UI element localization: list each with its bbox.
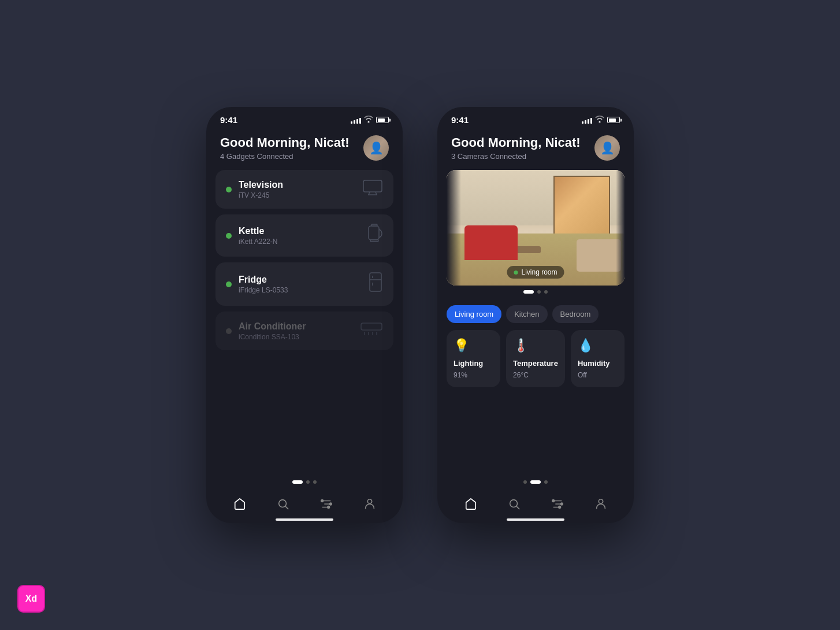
- nav-home-2[interactable]: [464, 498, 477, 510]
- svg-line-17: [285, 506, 288, 509]
- svg-rect-0: [363, 180, 382, 192]
- avatar-1[interactable]: 👤: [363, 135, 389, 161]
- tv-icon: [362, 179, 383, 199]
- bottom-nav-1: [206, 491, 403, 515]
- signal-icon: [351, 117, 361, 124]
- battery-icon-2: [607, 117, 620, 123]
- device-kettle[interactable]: Kettle iKett A222-N: [215, 214, 393, 257]
- phone-2: 9:41: [437, 107, 634, 523]
- svg-point-24: [367, 499, 371, 503]
- svg-rect-5: [370, 240, 378, 242]
- svg-point-30: [552, 500, 554, 502]
- svg-point-16: [278, 500, 286, 507]
- sensor-humidity[interactable]: 💧 Humidity Off: [571, 330, 625, 387]
- kettle-icon: [366, 224, 383, 247]
- sensor-lighting[interactable]: 💡 Lighting 91%: [447, 330, 500, 387]
- phone-1: 9:41: [206, 107, 403, 523]
- device-sub-fridge: iFridge LS-0533: [239, 286, 288, 294]
- lighting-value: 91%: [454, 371, 493, 379]
- svg-line-26: [516, 506, 519, 509]
- greeting-1: Good Morning, Nicat!: [220, 135, 350, 150]
- sensor-dot-1: [523, 480, 527, 484]
- nav-settings-1[interactable]: [320, 498, 333, 510]
- humidity-value: Off: [578, 371, 618, 379]
- dot-1-3: [313, 480, 317, 484]
- battery-icon: [376, 117, 389, 123]
- temperature-label: Temperature: [513, 359, 558, 368]
- status-time-2: 9:41: [451, 115, 469, 125]
- device-name-kettle: Kettle: [239, 226, 277, 236]
- nav-profile-2[interactable]: [594, 498, 607, 510]
- camera-carousel: Living room: [447, 170, 625, 286]
- svg-rect-6: [371, 224, 377, 226]
- carousel-pagination: [437, 286, 634, 298]
- device-sub-tv: iTV X-245: [239, 191, 283, 199]
- dot-1-active: [292, 480, 303, 484]
- sensor-dot-2: [530, 480, 541, 484]
- bottom-nav-2: [437, 491, 634, 515]
- svg-point-23: [327, 506, 329, 509]
- nav-profile-1[interactable]: [363, 498, 376, 510]
- nav-search-1[interactable]: [277, 498, 289, 510]
- xd-label: Xd: [25, 594, 37, 604]
- tab-kitchen[interactable]: Kitchen: [506, 305, 547, 323]
- room-tabs: Living room Kitchen Bedroom: [437, 298, 634, 328]
- nav-search-2[interactable]: [508, 498, 521, 510]
- svg-rect-7: [370, 273, 381, 291]
- sensor-grid: 💡 Lighting 91% 🌡️ Temperature 26°C 💧 Hum…: [437, 328, 634, 392]
- temperature-value: 26°C: [513, 371, 558, 379]
- phone-header-1: Good Morning, Nicat! 4 Gadgets Connected…: [206, 129, 403, 170]
- device-name-tv: Television: [239, 180, 283, 190]
- device-name-fridge: Fridge: [239, 275, 288, 285]
- carousel-dot-2: [537, 290, 541, 294]
- wifi-icon: [364, 116, 373, 124]
- nav-settings-2[interactable]: [551, 498, 564, 510]
- device-ac[interactable]: Air Conditioner iCondition SSA-103: [215, 312, 393, 350]
- status-dot-ac: [226, 328, 232, 334]
- humidity-label: Humidity: [578, 359, 618, 368]
- subtitle-1: 4 Gadgets Connected: [220, 152, 350, 161]
- tab-bedroom[interactable]: Bedroom: [552, 305, 599, 323]
- home-indicator-1: [276, 518, 333, 521]
- svg-point-21: [321, 500, 323, 502]
- sensor-temperature[interactable]: 🌡️ Temperature 26°C: [506, 330, 565, 387]
- svg-point-22: [329, 503, 332, 505]
- canvas: 9:41: [0, 0, 840, 630]
- tab-living-room[interactable]: Living room: [447, 305, 501, 323]
- lighting-label: Lighting: [454, 359, 493, 368]
- dot-1-2: [306, 480, 310, 484]
- svg-point-31: [560, 503, 563, 505]
- status-bar-1: 9:41: [206, 107, 403, 129]
- sensor-dot-3: [544, 480, 548, 484]
- lighting-icon: 💡: [454, 338, 493, 353]
- status-dot-fridge: [226, 281, 232, 287]
- device-list: Television iTV X-245: [206, 170, 403, 473]
- svg-point-25: [510, 500, 517, 507]
- room-label-text: Living room: [521, 268, 557, 276]
- temperature-icon: 🌡️: [513, 338, 558, 353]
- device-fridge[interactable]: Fridge iFridge LS-0533: [215, 262, 393, 306]
- xd-badge: Xd: [17, 585, 45, 613]
- ac-icon: [360, 321, 383, 341]
- nav-home-1[interactable]: [233, 498, 246, 510]
- status-time-1: 9:41: [220, 115, 237, 125]
- avatar-2[interactable]: 👤: [594, 135, 620, 161]
- device-television[interactable]: Television iTV X-245: [215, 170, 393, 209]
- pagination-1: [206, 473, 403, 491]
- status-dot-kettle: [226, 233, 232, 239]
- fridge-icon: [368, 272, 383, 297]
- humidity-icon: 💧: [578, 338, 618, 353]
- sensor-pagination: [437, 473, 634, 491]
- status-icons-1: [351, 116, 389, 124]
- carousel-dot-3: [544, 290, 548, 294]
- svg-point-32: [558, 506, 560, 509]
- status-icons-2: [582, 116, 620, 124]
- wifi-icon-2: [595, 116, 604, 124]
- room-active-dot: [514, 270, 518, 275]
- svg-point-33: [599, 499, 603, 503]
- signal-icon-2: [582, 117, 592, 124]
- svg-rect-11: [361, 323, 382, 330]
- phone-header-2: Good Morning, Nicat! 3 Cameras Connected…: [437, 129, 634, 170]
- device-sub-ac: iCondition SSA-103: [239, 333, 306, 341]
- device-sub-kettle: iKett A222-N: [239, 238, 277, 246]
